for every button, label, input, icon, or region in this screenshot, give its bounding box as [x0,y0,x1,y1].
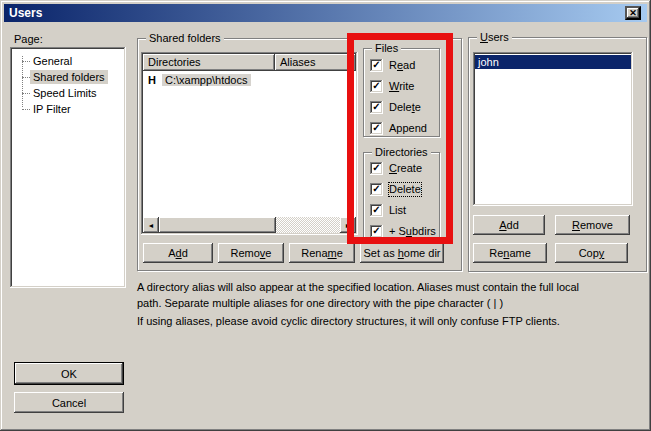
note-line: path. Separate multiple aliases for one … [137,297,503,309]
checkbox-icon[interactable]: ✓ [370,162,383,175]
sidebar-item-speed-limits[interactable]: Speed Limits [10,85,126,101]
checkbox-files-append[interactable]: ✓ Append [370,122,427,135]
users-dialog: Users ✕ Page: General Shared folders Spe… [0,0,651,431]
checkbox-icon[interactable]: ✓ [370,59,383,72]
page-list[interactable]: General Shared folders Speed Limits IP F… [10,47,126,288]
directories-list[interactable]: Directories Aliases H C:\xampp\htdocs ◄ … [141,52,358,235]
checkbox-dirs-list[interactable]: ✓ List [370,204,406,217]
scrollbar-track[interactable] [276,217,340,233]
close-icon[interactable]: ✕ [625,6,641,20]
checkbox-files-delete[interactable]: ✓ Delete [370,101,421,114]
checkbox-dirs-subdirs[interactable]: ✓ + Subdirs [370,225,436,238]
files-legend: Files [372,42,401,55]
users-list[interactable]: john [473,52,633,206]
note-line: A directory alias will also appear at th… [137,281,579,293]
checkbox-icon[interactable]: ✓ [370,80,383,93]
tree-connector [22,61,30,62]
sidebar-item-shared-folders[interactable]: Shared folders [10,69,126,85]
sidebar-item-ip-filter[interactable]: IP Filter [10,101,126,117]
checkbox-icon[interactable]: ✓ [370,183,383,196]
column-header-aliases[interactable]: Aliases [275,54,356,71]
directory-path: C:\xampp\htdocs [162,74,251,86]
note-line: If using aliases, please avoid cyclic di… [137,315,560,327]
checkbox-icon[interactable]: ✓ [370,122,383,135]
title-bar: Users [4,4,647,22]
checkbox-files-read[interactable]: ✓ Read [370,59,415,72]
checkbox-icon[interactable]: ✓ [370,225,383,238]
copy-user-button[interactable]: Copy [555,243,628,263]
column-header-directories[interactable]: Directories [143,54,275,71]
rename-user-button[interactable]: Rename [473,243,547,263]
checkbox-files-write[interactable]: ✓ Write [370,80,414,93]
rename-directory-button[interactable]: Rename [289,243,355,263]
checkbox-icon[interactable]: ✓ [370,204,383,217]
checkbox-dirs-create[interactable]: ✓ Create [370,162,422,175]
tree-connector [22,77,30,78]
ok-button[interactable]: OK [14,362,124,385]
tree-connector [22,109,30,110]
add-directory-button[interactable]: Add [143,243,213,263]
window-title: Users [9,6,42,20]
scroll-left-icon[interactable]: ◄ [143,217,159,233]
users-legend: Users [477,31,512,44]
shared-folders-legend: Shared folders [146,32,224,45]
remove-directory-button[interactable]: Remove [218,243,284,263]
checkbox-dirs-delete[interactable]: ✓ Delete [370,183,421,196]
remove-user-button[interactable]: Remove [555,215,630,235]
page-label: Page: [14,33,43,45]
add-user-button[interactable]: Add [473,215,545,235]
sidebar-item-general[interactable]: General [10,53,126,69]
directory-row[interactable]: H C:\xampp\htdocs [143,72,356,87]
checkbox-icon[interactable]: ✓ [370,101,383,114]
user-item-john[interactable]: john [475,55,631,69]
horizontal-scrollbar[interactable]: ◄ ► [143,217,356,233]
scrollbar-thumb[interactable] [159,217,276,233]
directories-legend: Directories [372,146,431,159]
tree-connector [22,93,30,94]
set-as-home-dir-button[interactable]: Set as home dir [360,243,444,263]
home-flag: H [148,74,156,86]
scroll-right-icon[interactable]: ► [340,217,356,233]
cancel-button[interactable]: Cancel [14,392,124,413]
